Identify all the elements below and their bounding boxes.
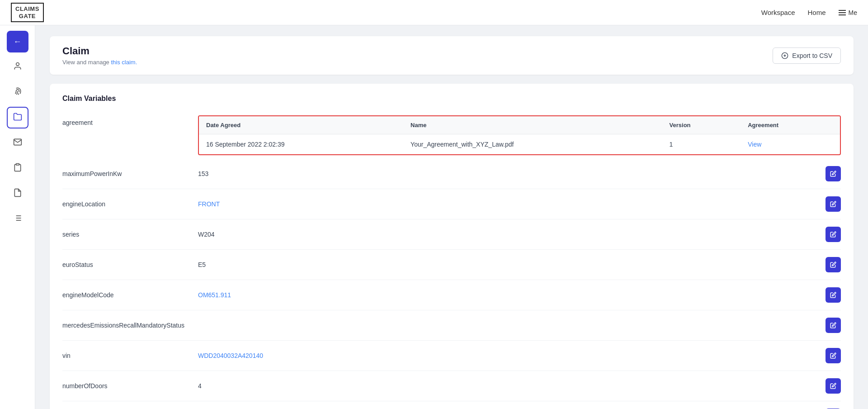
edit-variable-button[interactable] xyxy=(826,287,841,303)
variable-name: maximumPowerInKw xyxy=(62,159,198,189)
variable-row: seriesW204 xyxy=(62,219,841,250)
agreement-col-version: Version xyxy=(662,116,741,134)
pencil-icon xyxy=(830,171,836,177)
variable-value[interactable]: YB10AWF xyxy=(198,401,814,409)
variable-name: vin xyxy=(62,341,198,371)
clipboard-icon xyxy=(13,163,22,174)
pencil-icon xyxy=(830,292,836,298)
pencil-icon xyxy=(830,262,836,268)
app-logo: CLAIMS GATE xyxy=(11,3,44,22)
pencil-icon xyxy=(830,352,836,359)
variable-edit-cell xyxy=(814,310,841,341)
agreement-table-header-row: Date Agreed Name Version Agreement xyxy=(199,116,840,134)
edit-variable-button[interactable] xyxy=(826,196,841,212)
sidebar: ← xyxy=(0,25,35,409)
variable-name: numberOfDoors xyxy=(62,371,198,401)
edit-variable-button[interactable] xyxy=(826,257,841,272)
variable-edit-cell xyxy=(814,341,841,371)
svg-point-0 xyxy=(16,62,19,66)
pencil-icon xyxy=(830,231,836,238)
variable-name: euroStatus xyxy=(62,250,198,280)
document-icon xyxy=(13,188,22,200)
sidebar-item-mail[interactable] xyxy=(7,132,28,154)
variable-edit-cell xyxy=(814,189,841,219)
folder-icon xyxy=(13,112,22,124)
agreement-date-value: 16 September 2022 2:02:39 xyxy=(199,134,403,155)
agreement-row: agreement Date Agreed Name Version Agree… xyxy=(62,112,841,159)
export-icon xyxy=(781,52,788,59)
page-subtitle: View and manage this claim. xyxy=(62,59,137,66)
variable-row: maximumPowerInKw153 xyxy=(62,159,841,189)
edit-variable-button[interactable] xyxy=(826,318,841,333)
variable-name: vehicleRegistration xyxy=(62,401,198,409)
variable-value: E5 xyxy=(198,250,814,280)
pencil-icon xyxy=(830,383,836,389)
edit-variable-button[interactable] xyxy=(826,166,841,181)
sidebar-back-button[interactable]: ← xyxy=(7,31,28,52)
svg-rect-1 xyxy=(16,163,19,165)
fingerprint-icon xyxy=(13,87,22,98)
sidebar-item-list[interactable] xyxy=(7,208,28,230)
agreement-col-date: Date Agreed xyxy=(199,116,403,134)
variables-table: maximumPowerInKw153engineLocationFRONTse… xyxy=(62,159,841,409)
variable-row: euroStatusE5 xyxy=(62,250,841,280)
claim-link[interactable]: this claim. xyxy=(111,59,137,66)
variable-edit-cell xyxy=(814,401,841,409)
agreement-view-link[interactable]: View xyxy=(741,134,840,155)
home-link[interactable]: Home xyxy=(808,9,826,16)
edit-variable-button[interactable] xyxy=(826,378,841,394)
me-label: Me xyxy=(849,9,857,16)
content-card: Claim Variables agreement Date Agreed Na… xyxy=(50,84,854,409)
hamburger-icon xyxy=(839,10,846,15)
variable-edit-cell xyxy=(814,371,841,401)
sidebar-item-folder[interactable] xyxy=(7,107,28,128)
variable-edit-cell xyxy=(814,280,841,310)
variable-value[interactable]: WDD2040032A420140 xyxy=(198,341,814,371)
variable-value: 153 xyxy=(198,159,814,189)
variable-row: engineModelCodeOM651.911 xyxy=(62,280,841,310)
variable-row: vinWDD2040032A420140 xyxy=(62,341,841,371)
variable-edit-cell xyxy=(814,250,841,280)
variable-name: series xyxy=(62,219,198,250)
page-header: Claim View and manage this claim. Export… xyxy=(50,36,854,75)
page-header-text: Claim View and manage this claim. xyxy=(62,45,137,66)
pencil-icon xyxy=(830,201,836,207)
agreement-field-label: agreement xyxy=(62,112,198,133)
me-menu[interactable]: Me xyxy=(839,9,857,16)
variable-name: engineModelCode xyxy=(62,280,198,310)
nav-links: Workspace Home Me xyxy=(761,9,857,16)
agreement-col-name: Name xyxy=(403,116,662,134)
agreement-table: Date Agreed Name Version Agreement 16 Se… xyxy=(199,116,840,154)
section-title: Claim Variables xyxy=(62,95,841,103)
variable-edit-cell xyxy=(814,219,841,250)
pencil-icon xyxy=(830,322,836,328)
edit-variable-button[interactable] xyxy=(826,348,841,363)
contacts-icon xyxy=(13,62,22,73)
page-title: Claim xyxy=(62,45,137,57)
variable-value: W204 xyxy=(198,219,814,250)
agreement-data-row: 16 September 2022 2:02:39 Your_Agreement… xyxy=(199,134,840,155)
mail-icon xyxy=(13,138,22,149)
variable-name: engineLocation xyxy=(62,189,198,219)
workspace-link[interactable]: Workspace xyxy=(761,9,795,16)
sidebar-item-fingerprint[interactable] xyxy=(7,81,28,103)
sidebar-item-contacts[interactable] xyxy=(7,56,28,78)
variable-value: 4 xyxy=(198,371,814,401)
variable-row: vehicleRegistrationYB10AWF xyxy=(62,401,841,409)
variable-value xyxy=(198,310,814,341)
edit-variable-button[interactable] xyxy=(826,227,841,242)
agreement-table-wrapper: Date Agreed Name Version Agreement 16 Se… xyxy=(198,115,841,155)
export-csv-button[interactable]: Export to CSV xyxy=(773,48,841,64)
variable-value[interactable]: OM651.911 xyxy=(198,280,814,310)
variable-edit-cell xyxy=(814,159,841,189)
sidebar-item-document[interactable] xyxy=(7,183,28,204)
agreement-col-agreement: Agreement xyxy=(741,116,840,134)
variable-row: mercedesEmissionsRecallMandatoryStatus xyxy=(62,310,841,341)
variable-row: engineLocationFRONT xyxy=(62,189,841,219)
variable-value[interactable]: FRONT xyxy=(198,189,814,219)
sidebar-item-clipboard[interactable] xyxy=(7,157,28,179)
list-icon xyxy=(13,214,22,225)
agreement-name-value: Your_Agreement_with_XYZ_Law.pdf xyxy=(403,134,662,155)
agreement-version-value: 1 xyxy=(662,134,741,155)
variable-name: mercedesEmissionsRecallMandatoryStatus xyxy=(62,310,198,341)
